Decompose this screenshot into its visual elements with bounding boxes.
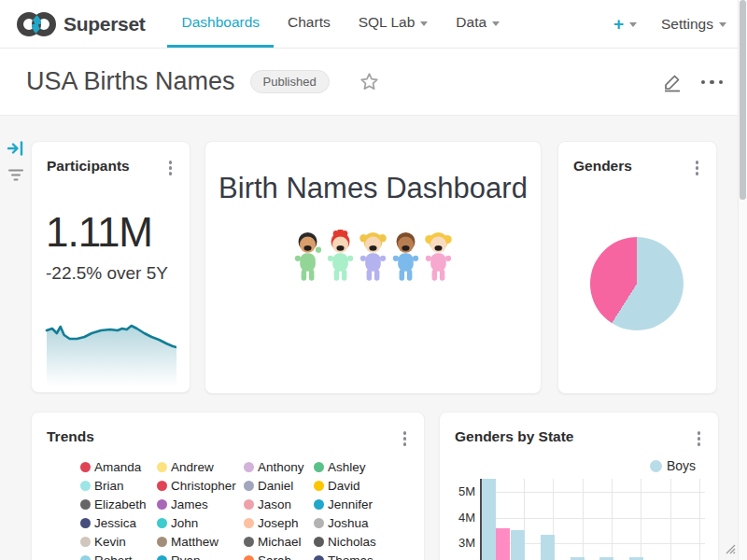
scrollbar-thumb[interactable]	[740, 0, 746, 200]
brand-home-link[interactable]: Superset	[0, 0, 145, 48]
dashboard-title: USA Births Names	[26, 67, 235, 96]
legend-item-nicholas[interactable]: Nicholas	[314, 532, 416, 551]
legend-swatch	[244, 462, 254, 472]
card-header: Trends	[32, 413, 424, 449]
nav-tab-label: Charts	[288, 14, 331, 31]
legend-swatch	[157, 555, 167, 560]
legend-item-amanda[interactable]: Amanda	[80, 457, 157, 476]
legend-label: Ryan	[171, 553, 201, 560]
legend-item-jason[interactable]: Jason	[244, 495, 314, 513]
chart-title: Participants	[47, 158, 130, 175]
legend-swatch	[314, 518, 324, 528]
new-item-button[interactable]: +	[613, 14, 637, 35]
legend-item-ashley[interactable]: Ashley	[314, 457, 416, 476]
legend-item-ryan[interactable]: Ryan	[157, 551, 244, 560]
legend-label: Jessica	[94, 516, 136, 530]
legend-swatch	[157, 462, 167, 472]
legend-label: Amanda	[94, 460, 141, 474]
legend-item-joseph[interactable]: Joseph	[244, 513, 314, 532]
legend-label: Joshua	[328, 516, 369, 530]
legend-item-thomas[interactable]: Thomas	[314, 551, 416, 560]
legend-item-michael[interactable]: Michael	[244, 532, 314, 551]
legend-label: Jason	[258, 497, 291, 511]
nav-tab-sql-lab[interactable]: SQL Lab	[345, 0, 443, 48]
legend-swatch	[80, 481, 91, 491]
markdown-card: Birth Names Dashboard	[204, 141, 542, 394]
chart-title: Trends	[47, 428, 94, 445]
chart-kebab-menu[interactable]	[692, 158, 703, 178]
more-actions-button[interactable]	[701, 80, 724, 85]
genders-pie-chart	[590, 237, 684, 330]
legend-label: Anthony	[258, 460, 304, 474]
legend-item-brian[interactable]: Brian	[80, 476, 157, 495]
dashboard-header: USA Births Names Published	[0, 49, 747, 116]
legend-item-robert[interactable]: Robert	[80, 551, 157, 560]
chart-title: Genders	[573, 158, 632, 175]
legend-item-matthew[interactable]: Matthew	[157, 532, 244, 551]
legend-item-john[interactable]: John	[157, 513, 244, 532]
kids-illustration-wrap	[205, 230, 541, 284]
filter-icon[interactable]	[7, 168, 24, 186]
card-header: Participants	[32, 142, 190, 178]
legend-label: Matthew	[171, 535, 218, 549]
legend-item-david[interactable]: David	[314, 476, 416, 495]
legend-item-kevin[interactable]: Kevin	[80, 532, 157, 551]
legend-item-jennifer[interactable]: Jennifer	[314, 495, 416, 513]
legend-swatch	[244, 518, 254, 528]
caret-down-icon	[420, 21, 428, 26]
chart-card-trends: Trends AmandaAndrewAnthonyAshleyBrianChr…	[31, 412, 425, 560]
edit-dashboard-icon[interactable]	[662, 72, 683, 92]
legend-label: Michael	[258, 535, 302, 549]
legend-label: Andrew	[171, 460, 214, 474]
bar-boys	[541, 535, 555, 560]
legend-swatch	[244, 481, 254, 491]
gridline	[583, 479, 584, 560]
legend-item-james[interactable]: James	[157, 495, 244, 513]
markdown-heading: Birth Names Dashboard	[205, 172, 541, 205]
expand-filter-bar-icon[interactable]	[7, 140, 25, 161]
caret-down-icon	[719, 22, 726, 27]
brand-name: Superset	[63, 13, 145, 35]
nav-tab-label: Dashboards	[181, 14, 260, 31]
chart-kebab-menu[interactable]	[165, 158, 176, 178]
gridline	[670, 479, 671, 560]
settings-menu-button[interactable]: Settings	[661, 16, 726, 33]
legend-label: James	[171, 497, 208, 511]
legend-item-jessica[interactable]: Jessica	[80, 513, 157, 532]
trends-legend: AmandaAndrewAnthonyAshleyBrianChristophe…	[80, 457, 416, 560]
superset-logo-icon	[15, 10, 58, 38]
legend-label: Christopher	[171, 479, 236, 493]
published-badge[interactable]: Published	[250, 70, 330, 93]
nav-tab-label: SQL Lab	[359, 14, 416, 31]
nav-tab-charts[interactable]: Charts	[274, 0, 345, 48]
legend-swatch	[80, 537, 91, 547]
sparkline-chart	[45, 322, 176, 385]
legend-item-joshua[interactable]: Joshua	[314, 513, 416, 532]
legend-swatch	[314, 499, 324, 510]
legend-item-christopher[interactable]: Christopher	[157, 476, 244, 495]
card-resize-handle[interactable]	[724, 541, 736, 558]
chart-kebab-menu[interactable]	[400, 428, 411, 449]
favorite-star-icon[interactable]	[359, 72, 379, 91]
legend-item-elizabeth[interactable]: Elizabeth	[80, 495, 157, 513]
navbar: Superset Dashboards Charts SQL Lab Data …	[0, 0, 747, 49]
legend-label: Elizabeth	[94, 497, 147, 511]
legend-swatch	[80, 518, 91, 528]
legend-label: John	[171, 516, 198, 530]
big-number-value: 1.11M	[46, 209, 152, 256]
legend-label: Jennifer	[328, 497, 373, 511]
legend-item-andrew[interactable]: Andrew	[157, 457, 244, 476]
legend-swatch	[314, 537, 324, 547]
gridline	[481, 492, 705, 493]
nav-tab-dashboards[interactable]: Dashboards	[167, 0, 274, 48]
legend-swatch	[157, 518, 167, 528]
legend-swatch	[80, 555, 91, 560]
legend-item-anthony[interactable]: Anthony	[244, 457, 314, 476]
nav-tab-data[interactable]: Data	[442, 0, 514, 48]
legend-item-sarah[interactable]: Sarah	[244, 551, 314, 560]
scrollbar-track[interactable]	[738, 0, 747, 560]
legend-label: Brian	[94, 479, 124, 493]
bar-boys	[482, 479, 496, 560]
nav-tab-label: Data	[456, 14, 486, 31]
legend-item-daniel[interactable]: Daniel	[244, 476, 314, 495]
